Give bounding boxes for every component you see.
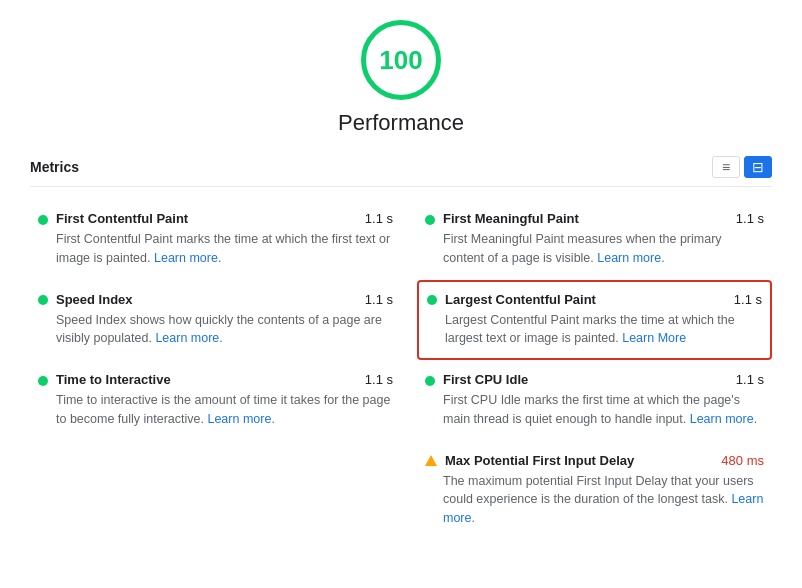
mpfid-name: Max Potential First Input Delay [445,453,634,468]
si-name: Speed Index [56,292,133,307]
fmp-learn-more[interactable]: Learn more [597,251,661,265]
fci-learn-more[interactable]: Learn more [690,412,754,426]
fci-indicator [425,376,435,386]
lcp-value: 1.1 s [734,292,762,307]
grid-view-button[interactable]: ⊟ [744,156,772,178]
metric-fcp: First Contentful Paint 1.1 s First Conte… [30,199,401,280]
score-circle: 100 [361,20,441,100]
metrics-header: Metrics ≡ ⊟ [30,156,772,187]
right-column: First Meaningful Paint 1.1 s First Meani… [401,199,772,540]
fcp-name: First Contentful Paint [56,211,188,226]
si-learn-more[interactable]: Learn more [155,331,219,345]
mpfid-indicator [425,455,437,466]
metric-mpfid: Max Potential First Input Delay 480 ms T… [417,441,772,540]
metrics-label: Metrics [30,159,79,175]
view-toggle: ≡ ⊟ [712,156,772,178]
metric-fmp: First Meaningful Paint 1.1 s First Meani… [417,199,772,280]
fcp-indicator [38,215,48,225]
si-value: 1.1 s [365,292,393,307]
left-column: First Contentful Paint 1.1 s First Conte… [30,199,401,540]
mpfid-learn-more[interactable]: Learn more [443,492,763,525]
metric-mpfid-header: Max Potential First Input Delay 480 ms [425,453,764,468]
si-indicator [38,295,48,305]
metrics-grid: First Contentful Paint 1.1 s First Conte… [30,199,772,540]
score-value: 100 [379,45,422,76]
metric-fmp-header: First Meaningful Paint 1.1 s [425,211,764,226]
metric-tti: Time to Interactive 1.1 s Time to intera… [30,360,401,441]
lcp-indicator [427,295,437,305]
tti-body: Time to interactive is the amount of tim… [38,391,393,429]
fci-body: First CPU Idle marks the first time at w… [425,391,764,429]
tti-learn-more[interactable]: Learn more [207,412,271,426]
tti-value: 1.1 s [365,372,393,387]
mpfid-value: 480 ms [721,453,764,468]
tti-indicator [38,376,48,386]
metric-tti-header: Time to Interactive 1.1 s [38,372,393,387]
metric-fci-header: First CPU Idle 1.1 s [425,372,764,387]
fmp-body: First Meaningful Paint measures when the… [425,230,764,268]
lcp-body: Largest Contentful Paint marks the time … [427,311,762,349]
tti-name: Time to Interactive [56,372,171,387]
list-view-button[interactable]: ≡ [712,156,740,178]
si-body: Speed Index shows how quickly the conten… [38,311,393,349]
metric-lcp: Largest Contentful Paint 1.1 s Largest C… [417,280,772,361]
fcp-body: First Contentful Paint marks the time at… [38,230,393,268]
lcp-name: Largest Contentful Paint [445,292,596,307]
metric-fci: First CPU Idle 1.1 s First CPU Idle mark… [417,360,772,441]
fmp-value: 1.1 s [736,211,764,226]
fcp-value: 1.1 s [365,211,393,226]
score-title: Performance [338,110,464,136]
mpfid-body: The maximum potential First Input Delay … [425,472,764,528]
fcp-learn-more[interactable]: Learn more [154,251,218,265]
score-section: 100 Performance [30,20,772,136]
metric-lcp-header: Largest Contentful Paint 1.1 s [427,292,762,307]
metric-fcp-header: First Contentful Paint 1.1 s [38,211,393,226]
lcp-learn-more[interactable]: Learn More [622,331,686,345]
metric-si: Speed Index 1.1 s Speed Index shows how … [30,280,401,361]
fmp-name: First Meaningful Paint [443,211,579,226]
fci-value: 1.1 s [736,372,764,387]
metric-si-header: Speed Index 1.1 s [38,292,393,307]
fci-name: First CPU Idle [443,372,528,387]
fmp-indicator [425,215,435,225]
